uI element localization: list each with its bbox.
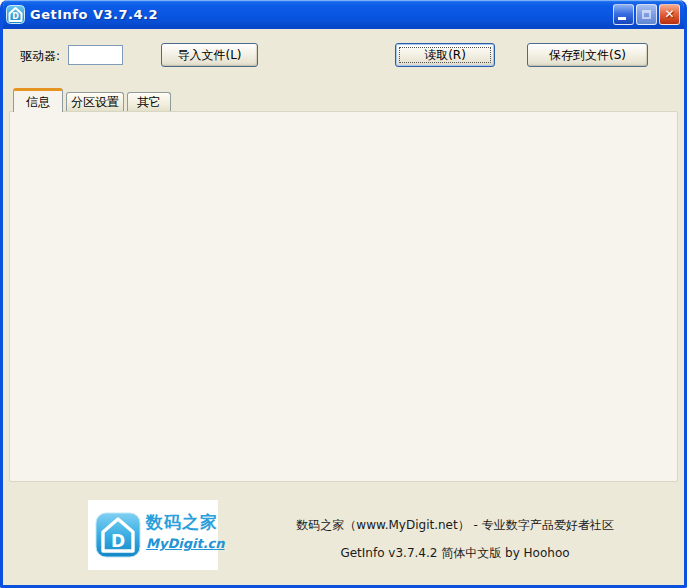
- window-title: GetInfo V3.7.4.2: [30, 0, 158, 29]
- brand-name-cn: 数码之家: [146, 511, 218, 534]
- titlebar[interactable]: D GetInfo V3.7.4.2 ✕: [0, 0, 687, 29]
- svg-text:D: D: [111, 531, 125, 551]
- minimize-button[interactable]: [613, 4, 634, 25]
- app-logo-icon: D: [6, 5, 25, 24]
- footer-version-line: GetInfo v3.7.4.2 简体中文版 by Hoohoo: [235, 545, 675, 562]
- close-button[interactable]: ✕: [659, 4, 680, 25]
- import-file-button[interactable]: 导入文件(L): [161, 43, 258, 67]
- minimize-icon: [618, 17, 626, 20]
- svg-text:D: D: [12, 12, 19, 21]
- info-tab-panel: [9, 111, 678, 482]
- drive-input[interactable]: [68, 45, 123, 65]
- brand-site-link[interactable]: MyDigit.cn: [146, 536, 225, 551]
- client-area: 驱动器: 导入文件(L) 读取(R) 保存到文件(S) 信息 分区设置 其它 V…: [3, 29, 684, 585]
- drive-label: 驱动器:: [20, 47, 60, 65]
- read-button[interactable]: 读取(R): [395, 43, 495, 67]
- save-to-file-button[interactable]: 保存到文件(S): [527, 43, 648, 67]
- maximize-icon: [642, 10, 651, 19]
- close-icon: ✕: [664, 7, 674, 21]
- maximize-button[interactable]: [636, 4, 657, 25]
- tab-info[interactable]: 信息: [13, 88, 63, 112]
- tab-other[interactable]: 其它: [127, 92, 171, 111]
- mydigit-logo-panel[interactable]: D 数码之家 MyDigit.cn: [88, 500, 218, 570]
- getinfo-window: D GetInfo V3.7.4.2 ✕ 驱动器: 导入文件(L) 读取(R) …: [0, 0, 687, 588]
- mydigit-logo-icon: D: [95, 512, 141, 558]
- tab-partition-settings[interactable]: 分区设置: [66, 92, 124, 111]
- footer-community-line: 数码之家（www.MyDigit.net） - 专业数字产品爱好者社区: [235, 517, 675, 534]
